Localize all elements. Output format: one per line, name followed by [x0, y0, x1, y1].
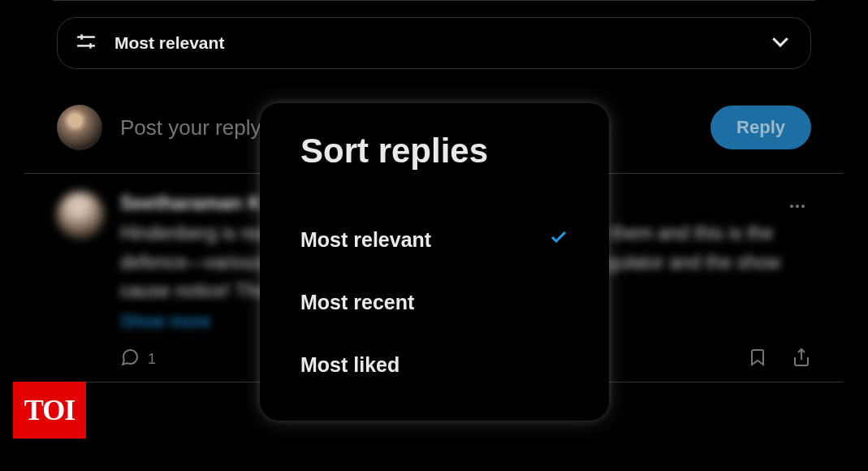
bookmark-icon: [748, 348, 767, 371]
sort-replies-modal: Sort replies Most relevant Most recent M…: [260, 103, 609, 421]
dots-icon: [788, 205, 807, 218]
sort-option-most-relevant[interactable]: Most relevant: [300, 208, 568, 271]
check-icon: [549, 227, 568, 252]
toi-badge: TOI: [13, 382, 86, 439]
reply-count: 1: [148, 351, 156, 368]
sort-label: Most relevant: [114, 33, 224, 53]
divider: [53, 0, 815, 1]
sliders-icon: [76, 31, 97, 55]
speech-bubble-icon: [120, 348, 140, 371]
reply-button[interactable]: Reply: [710, 106, 811, 149]
option-label: Most liked: [300, 353, 399, 377]
option-label: Most recent: [300, 291, 414, 314]
modal-title: Sort replies: [300, 132, 568, 171]
sort-option-most-liked[interactable]: Most liked: [300, 334, 568, 396]
sort-dropdown-bar[interactable]: Most relevant: [57, 17, 811, 69]
share-icon: [792, 348, 811, 371]
share-action[interactable]: [792, 348, 811, 371]
reply-action[interactable]: 1: [120, 348, 156, 371]
bookmark-action[interactable]: [748, 348, 767, 371]
avatar[interactable]: [57, 105, 102, 150]
svg-point-10: [801, 205, 805, 208]
svg-point-8: [790, 205, 793, 208]
more-options-button[interactable]: [788, 197, 807, 219]
option-label: Most relevant: [300, 228, 431, 252]
sort-option-most-recent[interactable]: Most recent: [300, 271, 568, 334]
reply-avatar[interactable]: [57, 192, 104, 239]
chevron-down-icon: [768, 29, 792, 57]
svg-point-9: [796, 205, 799, 208]
